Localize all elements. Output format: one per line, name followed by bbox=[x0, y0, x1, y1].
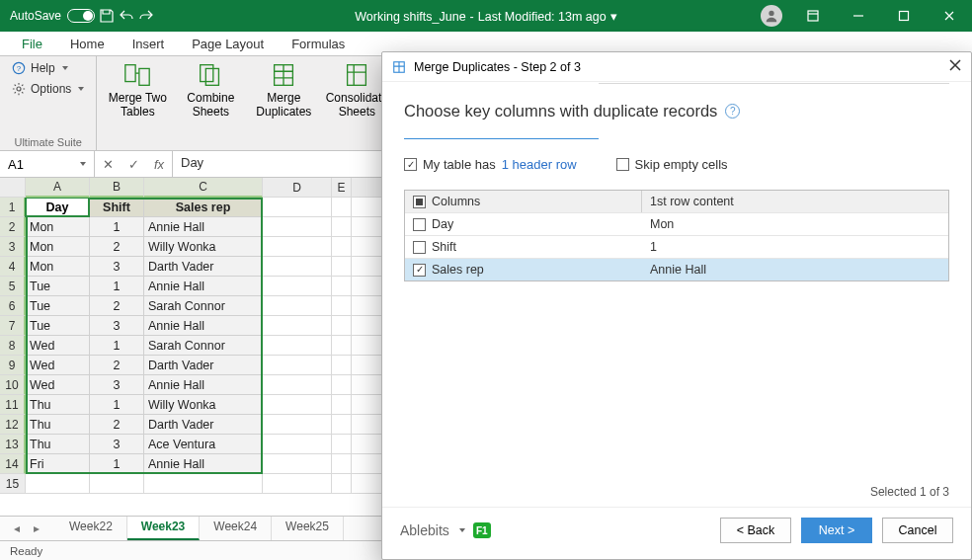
checkbox-icon[interactable] bbox=[413, 218, 426, 231]
column-header[interactable]: E bbox=[332, 178, 352, 198]
dialog-close-button[interactable] bbox=[949, 59, 961, 74]
data-cell[interactable] bbox=[144, 474, 263, 494]
column-header[interactable]: D bbox=[263, 178, 332, 198]
data-cell[interactable] bbox=[332, 336, 352, 356]
fx-icon[interactable]: fx bbox=[146, 157, 172, 172]
data-cell[interactable] bbox=[263, 277, 332, 296]
header-cell[interactable] bbox=[263, 198, 332, 217]
data-cell[interactable] bbox=[332, 474, 352, 494]
row-header[interactable]: 13 bbox=[0, 435, 26, 454]
autosave-control[interactable]: AutoSave bbox=[10, 9, 95, 23]
ribbon-tab-formulas[interactable]: Formulas bbox=[278, 33, 359, 55]
data-cell[interactable]: 1 bbox=[90, 277, 144, 296]
ribbon-tab-home[interactable]: Home bbox=[56, 33, 119, 55]
data-cell[interactable]: 2 bbox=[90, 237, 144, 257]
data-cell[interactable]: 3 bbox=[90, 435, 144, 454]
data-cell[interactable] bbox=[263, 296, 332, 316]
merge-two-tables-button[interactable]: Merge Two Tables bbox=[107, 60, 168, 120]
row-header[interactable]: 7 bbox=[0, 316, 26, 336]
ribbon-display-options-icon[interactable] bbox=[790, 0, 836, 32]
select-all-checkbox[interactable] bbox=[413, 196, 426, 208]
data-cell[interactable] bbox=[26, 474, 90, 494]
maximize-icon[interactable] bbox=[881, 0, 927, 32]
select-all-triangle[interactable] bbox=[0, 178, 26, 198]
save-icon[interactable] bbox=[99, 8, 115, 24]
my-table-has-header-checkbox[interactable]: My table has 1 header row bbox=[404, 157, 577, 172]
data-cell[interactable]: Annie Hall bbox=[144, 316, 263, 336]
next-button[interactable]: Next > bbox=[801, 518, 872, 543]
data-cell[interactable] bbox=[332, 415, 352, 435]
header-cell[interactable]: Shift bbox=[90, 198, 144, 217]
autosave-switch[interactable] bbox=[67, 9, 95, 23]
data-cell[interactable]: 1 bbox=[90, 217, 144, 237]
data-cell[interactable]: 3 bbox=[90, 257, 144, 277]
header-cell[interactable]: Sales rep bbox=[144, 198, 263, 217]
data-cell[interactable] bbox=[263, 415, 332, 435]
data-cell[interactable] bbox=[263, 316, 332, 336]
cancel-button[interactable]: Cancel bbox=[882, 518, 953, 543]
data-cell[interactable] bbox=[263, 395, 332, 415]
sheet-prev-icon[interactable]: ◂ bbox=[8, 520, 26, 537]
data-cell[interactable] bbox=[332, 375, 352, 395]
data-cell[interactable]: Thu bbox=[26, 395, 90, 415]
data-cell[interactable] bbox=[332, 395, 352, 415]
skip-empty-cells-checkbox[interactable]: Skip empty cells bbox=[616, 157, 728, 172]
data-cell[interactable]: Annie Hall bbox=[144, 375, 263, 395]
cancel-formula-icon[interactable]: ✕ bbox=[95, 157, 121, 172]
row-header[interactable]: 11 bbox=[0, 395, 26, 415]
header-row-link[interactable]: 1 header row bbox=[502, 157, 577, 172]
data-cell[interactable] bbox=[263, 257, 332, 277]
data-cell[interactable]: Tue bbox=[26, 316, 90, 336]
options-menu-button[interactable]: Options bbox=[10, 81, 86, 97]
help-menu-button[interactable]: ? Help bbox=[10, 60, 86, 76]
ribbon-tab-file[interactable]: File bbox=[8, 33, 56, 55]
merge-duplicates-button[interactable]: Merge Duplicates bbox=[253, 60, 314, 120]
data-cell[interactable] bbox=[332, 454, 352, 474]
back-button[interactable]: < Back bbox=[720, 518, 791, 543]
help-tooltip-icon[interactable]: ? bbox=[725, 104, 740, 119]
data-cell[interactable]: Darth Vader bbox=[144, 415, 263, 435]
data-cell[interactable] bbox=[332, 435, 352, 454]
data-cell[interactable] bbox=[90, 474, 144, 494]
data-cell[interactable] bbox=[263, 375, 332, 395]
brand-label[interactable]: Ablebits bbox=[400, 522, 449, 538]
checkbox-icon[interactable] bbox=[413, 241, 426, 254]
data-cell[interactable]: Mon bbox=[26, 257, 90, 277]
data-cell[interactable]: Tue bbox=[26, 277, 90, 296]
row-header[interactable]: 10 bbox=[0, 375, 26, 395]
data-cell[interactable] bbox=[263, 474, 332, 494]
key-column-row[interactable]: DayMon bbox=[405, 212, 948, 235]
data-cell[interactable]: Darth Vader bbox=[144, 356, 263, 375]
data-cell[interactable] bbox=[263, 356, 332, 375]
row-header[interactable]: 3 bbox=[0, 237, 26, 257]
data-cell[interactable]: 2 bbox=[90, 356, 144, 375]
data-cell[interactable]: 3 bbox=[90, 316, 144, 336]
row-header[interactable]: 9 bbox=[0, 356, 26, 375]
row-header[interactable]: 2 bbox=[0, 217, 26, 237]
data-cell[interactable]: Darth Vader bbox=[144, 257, 263, 277]
data-cell[interactable] bbox=[263, 217, 332, 237]
data-cell[interactable] bbox=[332, 257, 352, 277]
undo-icon[interactable] bbox=[119, 8, 134, 24]
row-header[interactable]: 4 bbox=[0, 257, 26, 277]
key-column-row[interactable]: Sales repAnnie Hall bbox=[405, 258, 948, 280]
data-cell[interactable]: Fri bbox=[26, 454, 90, 474]
row-header[interactable]: 14 bbox=[0, 454, 26, 474]
sheet-tab[interactable]: Week24 bbox=[200, 517, 272, 540]
data-cell[interactable]: Thu bbox=[26, 415, 90, 435]
data-cell[interactable]: Annie Hall bbox=[144, 277, 263, 296]
row-header[interactable]: 12 bbox=[0, 415, 26, 435]
column-header[interactable]: A bbox=[26, 178, 90, 198]
sheet-next-icon[interactable]: ▸ bbox=[28, 520, 45, 537]
sheet-tab[interactable]: Week25 bbox=[272, 517, 344, 540]
checkbox-icon[interactable] bbox=[413, 264, 426, 277]
data-cell[interactable]: Ace Ventura bbox=[144, 435, 263, 454]
ribbon-tab-page-layout[interactable]: Page Layout bbox=[178, 33, 278, 55]
data-cell[interactable] bbox=[332, 296, 352, 316]
data-cell[interactable]: 1 bbox=[90, 336, 144, 356]
data-cell[interactable] bbox=[332, 316, 352, 336]
data-cell[interactable] bbox=[332, 217, 352, 237]
data-cell[interactable]: Annie Hall bbox=[144, 217, 263, 237]
data-cell[interactable] bbox=[332, 356, 352, 375]
data-cell[interactable]: 1 bbox=[90, 395, 144, 415]
